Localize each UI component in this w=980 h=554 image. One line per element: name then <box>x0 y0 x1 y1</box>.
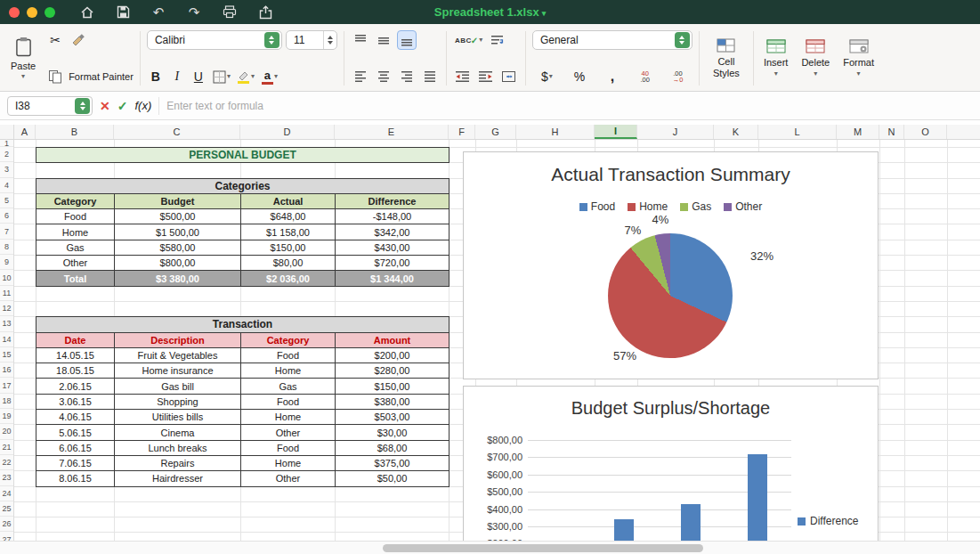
column-header-m[interactable]: M <box>837 125 879 139</box>
redo-icon[interactable]: ↷ <box>185 4 203 21</box>
comma-format-button[interactable]: , <box>603 67 622 86</box>
cell[interactable]: $50,00 <box>336 471 450 486</box>
column-header-j[interactable]: J <box>637 125 714 139</box>
row-header-9[interactable]: 9 <box>0 255 13 270</box>
increase-decimal-button[interactable]: 40.00 <box>636 67 655 86</box>
cell[interactable]: $280,00 <box>336 363 450 379</box>
zoom-window-button[interactable] <box>45 7 55 18</box>
undo-icon[interactable]: ↶ <box>150 4 167 21</box>
column-header-cell[interactable]: Difference <box>336 194 450 209</box>
increase-indent-button[interactable] <box>476 67 496 86</box>
save-icon[interactable] <box>114 4 132 21</box>
cell[interactable]: $80,00 <box>241 256 336 271</box>
decrease-indent-button[interactable] <box>453 67 473 86</box>
row-header-23[interactable]: 23 <box>0 470 13 485</box>
cancel-entry-button[interactable]: ✕ <box>100 99 110 113</box>
row-header-17[interactable]: 17 <box>0 378 13 393</box>
borders-button[interactable]: ▾ <box>211 67 232 86</box>
cell[interactable]: $30,00 <box>336 425 450 440</box>
highlight-color-button[interactable]: ▾ <box>236 67 256 86</box>
cell[interactable]: Food <box>241 441 336 456</box>
confirm-entry-button[interactable]: ✓ <box>117 99 128 113</box>
cell[interactable]: Food <box>241 348 336 363</box>
row-header-2[interactable]: 2 <box>0 147 13 162</box>
cell[interactable]: $150,00 <box>241 240 336 256</box>
cell[interactable]: $150,00 <box>336 379 450 394</box>
cell[interactable]: Home <box>36 224 115 240</box>
column-header-h[interactable]: H <box>516 125 595 139</box>
spell-check-button[interactable]: ABC ✓ ▾ <box>453 30 484 50</box>
cell[interactable]: Gas <box>241 379 336 394</box>
cell[interactable]: Home <box>241 363 336 379</box>
decrease-decimal-button[interactable]: .00→0 <box>668 67 687 86</box>
cell[interactable]: Home <box>241 410 336 425</box>
delete-button[interactable]: Delete ▾ <box>798 29 833 88</box>
number-format-select[interactable]: General <box>532 30 692 50</box>
share-icon[interactable] <box>256 4 274 21</box>
row-header-24[interactable]: 24 <box>0 486 13 501</box>
cell[interactable]: Cinema <box>115 425 241 440</box>
stepper-icon[interactable] <box>264 32 279 48</box>
format-painter-label[interactable]: Format Painter <box>69 71 134 82</box>
cut-button[interactable]: ✂ <box>45 30 65 50</box>
cell[interactable]: 6.06.15 <box>36 441 115 456</box>
row-header-14[interactable]: 14 <box>0 332 13 347</box>
column-header-i[interactable]: I <box>595 125 637 139</box>
font-color-button[interactable]: a ▾ <box>260 67 279 86</box>
section-title[interactable]: Transaction <box>36 317 450 332</box>
bold-button[interactable]: B <box>147 67 165 86</box>
align-center-button[interactable] <box>374 67 393 86</box>
column-header-cell[interactable]: Actual <box>241 194 336 209</box>
spreadsheet-grid[interactable]: PERSONAL BUDGET CategoriesCategoryBudget… <box>14 140 980 554</box>
stepper-icon[interactable] <box>323 31 336 49</box>
total-cell[interactable]: $2 036,00 <box>241 271 336 286</box>
italic-button[interactable]: I <box>168 67 186 86</box>
copy-button[interactable] <box>45 67 65 86</box>
pie-chart[interactable]: Actual Transaction Summary FoodHomeGasOt… <box>463 151 879 379</box>
home-icon[interactable] <box>78 4 96 21</box>
row-header-20[interactable]: 20 <box>0 424 13 439</box>
align-left-button[interactable] <box>351 67 370 86</box>
row-header-4[interactable]: 4 <box>0 178 13 193</box>
column-header-k[interactable]: K <box>714 125 758 139</box>
column-header-b[interactable]: B <box>36 125 114 139</box>
cell[interactable]: Utilities bills <box>115 410 241 425</box>
wrap-text-button[interactable] <box>488 30 507 50</box>
row-header-22[interactable]: 22 <box>0 455 13 470</box>
column-header-cell[interactable]: Date <box>36 333 115 348</box>
cell[interactable]: Other <box>241 425 336 440</box>
column-header-e[interactable]: E <box>335 125 449 139</box>
cell[interactable]: $380,00 <box>336 395 450 410</box>
paste-button[interactable]: Paste ▾ <box>7 29 39 88</box>
cell[interactable]: 8.06.15 <box>36 471 115 486</box>
column-header-o[interactable]: O <box>904 125 947 139</box>
insert-button[interactable]: Insert ▾ <box>760 29 792 88</box>
row-header-25[interactable]: 25 <box>0 501 13 517</box>
cell[interactable]: Repairs <box>115 456 241 471</box>
column-header-g[interactable]: G <box>475 125 516 139</box>
close-window-button[interactable] <box>9 7 20 18</box>
column-header-n[interactable]: N <box>879 125 904 139</box>
cell[interactable]: $1 158,00 <box>241 224 336 240</box>
print-icon[interactable] <box>221 4 239 21</box>
align-top-button[interactable] <box>351 30 370 50</box>
cell[interactable]: $200,00 <box>336 348 450 363</box>
row-header-21[interactable]: 21 <box>0 440 13 455</box>
font-size-input[interactable]: 11 <box>286 30 337 50</box>
cell[interactable]: Hairdresser <box>115 471 241 486</box>
column-header-cell[interactable]: Amount <box>336 333 450 348</box>
cell[interactable]: Home insurance <box>115 363 241 379</box>
cell[interactable]: Food <box>241 395 336 410</box>
cell[interactable]: 14.05.15 <box>36 348 115 363</box>
row-header-13[interactable]: 13 <box>0 316 13 331</box>
cell[interactable]: 2.06.15 <box>36 379 115 394</box>
row-header-3[interactable]: 3 <box>0 162 13 177</box>
cell[interactable]: $503,00 <box>336 410 450 425</box>
cell[interactable]: Food <box>36 209 115 224</box>
format-button[interactable]: Format ▾ <box>839 29 878 88</box>
cell[interactable]: Other <box>241 471 336 486</box>
align-right-button[interactable] <box>397 67 417 86</box>
percent-format-button[interactable]: % <box>570 67 589 86</box>
format-painter-icon[interactable] <box>69 30 88 50</box>
horizontal-scrollbar[interactable] <box>0 541 980 554</box>
